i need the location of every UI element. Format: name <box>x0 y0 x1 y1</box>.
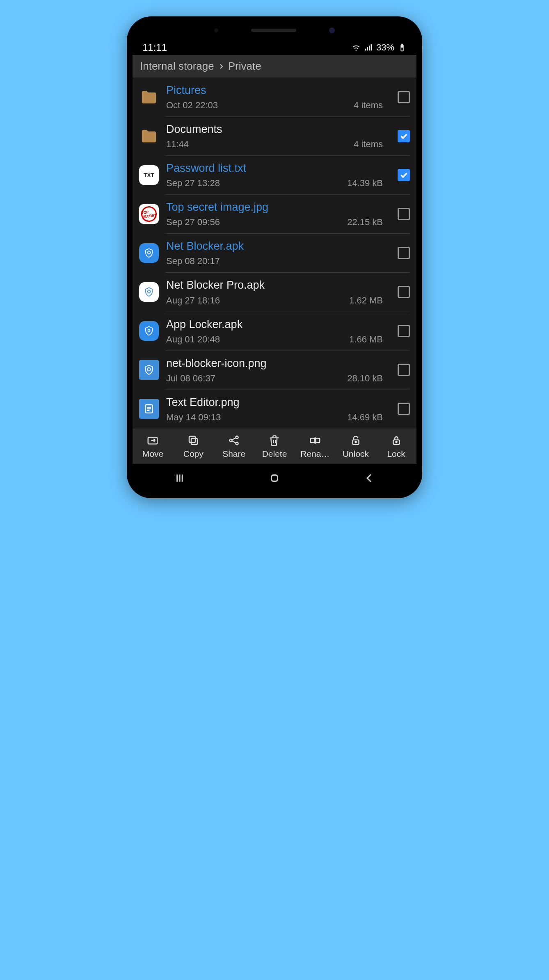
file-row[interactable]: net-blocker-icon.png Jul 08 06:37 28.10 … <box>133 351 416 390</box>
checkbox[interactable] <box>398 325 410 337</box>
toolbar-label: Unlock <box>343 449 369 459</box>
folder-icon <box>139 87 159 107</box>
file-row[interactable]: Text Editor.png May 14 09:13 14.69 kB <box>133 390 416 428</box>
file-date: Sep 27 13:28 <box>166 178 220 189</box>
apk-icon <box>139 282 159 302</box>
file-name: Text Editor.png <box>166 395 383 410</box>
unlock-icon <box>350 434 362 447</box>
svg-point-0 <box>148 251 151 254</box>
svg-rect-12 <box>316 438 320 442</box>
file-info: Net Blocker.apk Sep 08 20:17 <box>166 239 383 267</box>
file-info: Documents 11:44 4 items <box>166 122 383 150</box>
breadcrumb-root[interactable]: Internal storage <box>140 60 214 73</box>
share-button[interactable]: Share <box>214 428 254 464</box>
svg-rect-2 <box>148 330 150 332</box>
lock-button[interactable]: Lock <box>376 428 416 464</box>
file-row[interactable]: Pictures Oct 02 22:03 4 items <box>133 77 416 116</box>
copy-button[interactable]: Copy <box>173 428 214 464</box>
file-date: Aug 27 18:16 <box>166 295 220 306</box>
svg-rect-17 <box>271 475 277 481</box>
file-name: Net Blocker.apk <box>166 239 383 253</box>
unlock-button[interactable]: Unlock <box>335 428 376 464</box>
signal-icon <box>364 43 373 52</box>
rename-icon <box>309 434 321 447</box>
file-name: Top secret image.jpg <box>166 200 383 214</box>
home-button[interactable] <box>268 472 281 484</box>
toolbar-label: Lock <box>387 449 405 459</box>
battery-text: 33% <box>376 42 394 53</box>
toolbar-label: Delete <box>262 449 287 459</box>
file-row[interactable]: Documents 11:44 4 items <box>133 116 416 155</box>
file-date: Oct 02 22:03 <box>166 100 218 111</box>
toolbar-label: Copy <box>183 449 204 459</box>
back-button[interactable] <box>363 472 375 484</box>
file-meta: 28.10 kB <box>347 373 383 384</box>
svg-point-1 <box>148 290 151 293</box>
file-info: net-blocker-icon.png Jul 08 06:37 28.10 … <box>166 356 383 384</box>
file-info: Top secret image.jpg Sep 27 09:56 22.15 … <box>166 200 383 228</box>
status-icons: 33% <box>352 42 407 53</box>
file-row[interactable]: TXT Password list.txt Sep 27 13:28 14.39… <box>133 155 416 194</box>
status-bar: 11:11 33% <box>133 39 416 55</box>
speaker <box>251 29 296 32</box>
android-navbar <box>133 464 416 492</box>
file-row[interactable]: Top secret image.jpg Sep 27 09:56 22.15 … <box>133 194 416 233</box>
file-date: Sep 27 09:56 <box>166 217 220 228</box>
breadcrumb[interactable]: Internal storage Private <box>133 55 416 77</box>
file-list[interactable]: Pictures Oct 02 22:03 4 items Documents … <box>133 77 416 428</box>
notch <box>133 22 416 39</box>
svg-point-3 <box>147 368 151 371</box>
svg-rect-6 <box>191 438 197 444</box>
txt-icon: TXT <box>139 165 159 185</box>
image-thumbnail <box>139 360 159 380</box>
toolbar-label: Share <box>222 449 245 459</box>
image-thumbnail <box>139 204 159 224</box>
file-name: net-blocker-icon.png <box>166 356 383 371</box>
checkbox[interactable] <box>398 208 410 220</box>
battery-icon <box>398 43 407 52</box>
status-time: 11:11 <box>142 42 167 53</box>
file-row[interactable]: App Locker.apk Aug 01 20:48 1.66 MB <box>133 312 416 351</box>
chevron-right-icon <box>217 63 225 70</box>
copy-icon <box>187 434 199 447</box>
front-camera <box>329 27 335 33</box>
file-info: Pictures Oct 02 22:03 4 items <box>166 83 383 111</box>
lock-icon <box>390 434 403 447</box>
folder-icon <box>139 126 159 146</box>
svg-point-14 <box>355 441 356 442</box>
svg-point-16 <box>396 441 397 442</box>
move-icon <box>146 434 159 447</box>
file-meta: 1.66 MB <box>349 334 383 345</box>
file-info: Net Blocker Pro.apk Aug 27 18:16 1.62 MB <box>166 278 383 305</box>
file-date: Jul 08 06:37 <box>166 373 215 384</box>
file-meta: 14.69 kB <box>347 412 383 423</box>
trash-icon <box>268 434 281 447</box>
file-info: Text Editor.png May 14 09:13 14.69 kB <box>166 395 383 423</box>
file-info: Password list.txt Sep 27 13:28 14.39 kB <box>166 161 383 189</box>
breadcrumb-current[interactable]: Private <box>228 60 261 73</box>
screen: 11:11 33% Internal storage Private Pictu… <box>133 22 416 492</box>
recents-button[interactable] <box>174 472 186 484</box>
file-name: Documents <box>166 122 383 137</box>
toolbar-label: Move <box>142 449 163 459</box>
checkbox[interactable] <box>398 130 410 142</box>
delete-button[interactable]: Delete <box>254 428 295 464</box>
svg-rect-11 <box>311 438 315 442</box>
file-date: May 14 09:13 <box>166 412 221 423</box>
apk-icon <box>139 243 159 263</box>
svg-rect-7 <box>189 436 195 442</box>
file-row[interactable]: Net Blocker.apk Sep 08 20:17 <box>133 233 416 272</box>
checkbox[interactable] <box>398 286 410 298</box>
image-thumbnail <box>139 399 159 419</box>
checkbox[interactable] <box>398 169 410 181</box>
rename-button[interactable]: Rena… <box>295 428 335 464</box>
sensor <box>214 28 218 32</box>
checkbox[interactable] <box>398 91 410 103</box>
move-button[interactable]: Move <box>133 428 173 464</box>
file-row[interactable]: Net Blocker Pro.apk Aug 27 18:16 1.62 MB <box>133 272 416 311</box>
checkbox[interactable] <box>398 403 410 415</box>
file-date: 11:44 <box>166 139 189 150</box>
wifi-icon <box>352 43 361 52</box>
checkbox[interactable] <box>398 247 410 259</box>
checkbox[interactable] <box>398 364 410 376</box>
